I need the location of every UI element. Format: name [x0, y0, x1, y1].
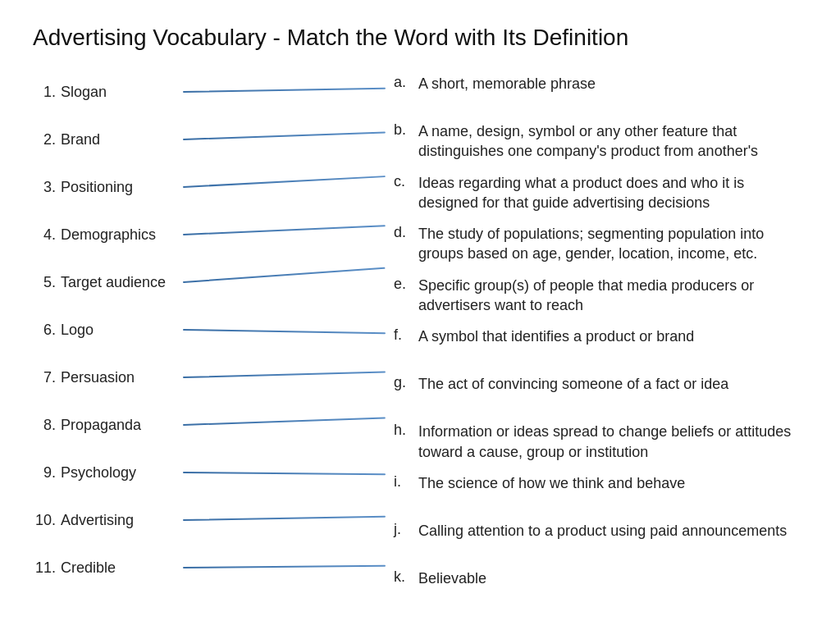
matching-line — [183, 176, 386, 188]
definition-text: The act of convincing someone of a fact … — [418, 374, 807, 394]
definition-letter: j. — [394, 521, 418, 538]
definition-row: a.A short, memorable phrase — [394, 74, 807, 110]
matching-line — [183, 372, 386, 378]
term-label: Slogan — [61, 84, 180, 101]
definition-row: d.The study of populations; segmenting p… — [394, 224, 807, 264]
term-number: 4. — [33, 226, 61, 244]
term-label: Propaganda — [61, 417, 180, 434]
page-title: Advertising Vocabulary - Match the Word … — [33, 25, 807, 51]
matching-line — [183, 565, 386, 568]
term-row: 3.Positioning — [33, 169, 386, 205]
definition-row: j.Calling attention to a product using p… — [394, 521, 807, 557]
definition-text: A short, memorable phrase — [418, 74, 807, 94]
definition-text: The study of populations; segmenting pop… — [418, 224, 807, 264]
definition-letter: i. — [394, 473, 418, 491]
matching-line — [183, 472, 386, 475]
definition-text: A name, design, symbol or any other feat… — [418, 121, 807, 162]
matching-line — [183, 131, 386, 140]
definition-letter: b. — [394, 121, 418, 139]
term-label: Target audience — [61, 274, 180, 291]
term-number: 2. — [33, 131, 61, 148]
term-row: 10.Advertising — [33, 502, 386, 538]
matching-line — [183, 417, 386, 426]
term-label: Persuasion — [61, 369, 180, 386]
definition-text: Ideas regarding what a product does and … — [418, 173, 807, 213]
term-number: 10. — [33, 512, 61, 529]
main-content: 1.Slogan2.Brand3.Positioning4.Demographi… — [33, 74, 807, 616]
definition-text: A symbol that identifies a product or br… — [418, 326, 807, 346]
term-number: 11. — [33, 559, 61, 577]
definition-row: k.Believable — [394, 568, 807, 605]
term-row: 5.Target audience — [33, 264, 386, 300]
definition-row: f.A symbol that identifies a product or … — [394, 326, 807, 363]
definition-text: Specific group(s) of people that media p… — [418, 276, 807, 316]
term-label: Logo — [61, 322, 180, 339]
definition-row: g.The act of convincing someone of a fac… — [394, 374, 807, 410]
term-number: 5. — [33, 274, 61, 291]
definition-letter: f. — [394, 326, 418, 344]
definition-row: e.Specific group(s) of people that media… — [394, 276, 807, 316]
definition-row: b.A name, design, symbol or any other fe… — [394, 121, 807, 162]
definition-row: h.Information or ideas spread to change … — [394, 422, 807, 462]
term-row: 6.Logo — [33, 312, 386, 348]
term-number: 6. — [33, 322, 61, 339]
term-row: 8.Propaganda — [33, 407, 386, 443]
term-row: 2.Brand — [33, 121, 386, 158]
term-number: 1. — [33, 84, 61, 101]
term-row: 1.Slogan — [33, 74, 386, 110]
term-row: 4.Demographics — [33, 217, 386, 253]
term-label: Brand — [61, 131, 180, 148]
definition-letter: d. — [394, 224, 418, 241]
definition-letter: g. — [394, 374, 418, 391]
term-row: 9.Psychology — [33, 454, 386, 491]
terms-column: 1.Slogan2.Brand3.Positioning4.Demographi… — [33, 74, 386, 616]
matching-line — [183, 225, 386, 235]
term-row: 11.Credible — [33, 550, 386, 586]
term-label: Positioning — [61, 179, 180, 196]
matching-line — [183, 516, 386, 521]
definitions-column: a.A short, memorable phraseb.A name, des… — [386, 74, 807, 616]
definition-text: Believable — [418, 568, 807, 588]
term-label: Credible — [61, 559, 180, 577]
definition-row: c.Ideas regarding what a product does an… — [394, 173, 807, 213]
matching-line — [183, 329, 386, 334]
term-number: 3. — [33, 179, 61, 196]
term-label: Psychology — [61, 464, 180, 482]
definition-letter: h. — [394, 422, 418, 439]
definition-row: i.The science of how we think and behave — [394, 473, 807, 509]
term-number: 9. — [33, 464, 61, 482]
definition-text: The science of how we think and behave — [418, 473, 807, 493]
term-label: Demographics — [61, 226, 180, 244]
definition-letter: c. — [394, 173, 418, 190]
definition-text: Calling attention to a product using pai… — [418, 521, 807, 541]
term-label: Advertising — [61, 512, 180, 529]
term-number: 7. — [33, 369, 61, 386]
matching-line — [183, 88, 386, 93]
definition-letter: k. — [394, 568, 418, 586]
definition-letter: a. — [394, 74, 418, 91]
definition-text: Information or ideas spread to change be… — [418, 422, 807, 462]
definition-letter: e. — [394, 276, 418, 293]
term-row: 7.Persuasion — [33, 359, 386, 395]
matching-line — [183, 267, 386, 283]
term-number: 8. — [33, 417, 61, 434]
